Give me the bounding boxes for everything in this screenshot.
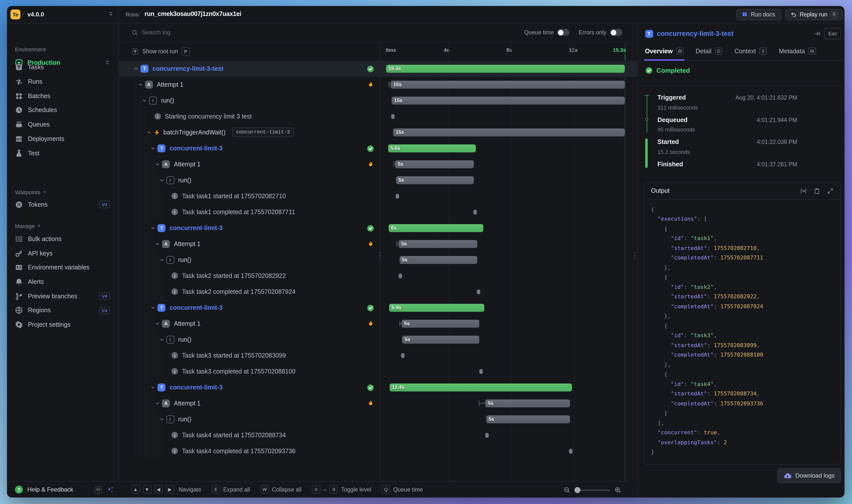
chevron-down-icon[interactable]	[138, 82, 143, 87]
span-bar[interactable]: 5.6s	[388, 144, 476, 152]
app-logo[interactable]: Te	[11, 9, 20, 19]
navigate-keys[interactable]: ▲ ▼ ◀ ▶	[131, 485, 174, 494]
chevron-down-icon[interactable]	[151, 146, 156, 151]
span-bar[interactable]: 6s	[388, 224, 483, 232]
chevron-down-icon[interactable]	[159, 257, 164, 263]
arrow-right-key[interactable]: ▶	[166, 485, 174, 494]
trace-row-run-[interactable]: rrun()5s	[118, 411, 637, 427]
zoom-slider[interactable]	[574, 489, 610, 491]
sidebar-item-alerts[interactable]: Alerts	[11, 275, 114, 289]
log-event-dot[interactable]	[473, 210, 477, 215]
wrap-text-icon[interactable]	[800, 187, 807, 194]
chevron-down-icon[interactable]	[142, 98, 147, 103]
log-event-dot[interactable]	[569, 449, 572, 454]
expand-icon[interactable]	[827, 187, 834, 194]
span-bar[interactable]: 15s	[392, 96, 625, 104]
show-root-run-button[interactable]: Show root run P	[131, 46, 190, 57]
trace-row-task-task1-started-at-17557020[interactable]: iTask task1 started at 1755702082710	[118, 188, 637, 204]
collapse-key[interactable]: W	[260, 485, 269, 494]
trace-row-task-task3-started-at-17557020[interactable]: iTask task3 started at 1755702083099	[118, 348, 637, 363]
tree-timeline-divider[interactable]	[380, 42, 381, 498]
log-event-dot[interactable]	[477, 289, 480, 294]
manage-section-label[interactable]: Manage▼	[15, 223, 41, 229]
run-docs-button[interactable]: Run docs	[736, 9, 782, 20]
tab-detail[interactable]: DetailD	[695, 42, 723, 60]
trace-row-batchtriggerandwait-[interactable]: batchTriggerAndWait()concurrent-limit-31…	[118, 125, 637, 141]
sidebar-item-test[interactable]: Test	[11, 146, 114, 160]
replay-run-button[interactable]: Replay run R	[785, 9, 843, 20]
zoom-in-icon[interactable]	[614, 487, 621, 493]
esc-button[interactable]: Esc	[824, 28, 841, 39]
span-bar[interactable]: 5s	[402, 320, 479, 327]
arrow-left-key[interactable]: ◀	[154, 485, 163, 494]
chevron-down-icon[interactable]	[159, 417, 164, 422]
trace-row-concurrency-limit-3-test[interactable]: Tconcurrency-limit-3-test15.3s	[118, 61, 637, 77]
span-bar[interactable]: 5s	[485, 399, 570, 407]
right-resize-handle[interactable]	[634, 252, 636, 259]
trace-row-concurrent-limit-3[interactable]: Tconcurrent-limit-36s	[118, 220, 637, 236]
level-9-key[interactable]: 9	[330, 485, 338, 494]
level-0-key[interactable]: 0	[312, 485, 320, 494]
sidebar-item-regions[interactable]: RegionsV4	[11, 303, 114, 318]
trace-row-concurrent-limit-3[interactable]: Tconcurrent-limit-311.4s	[118, 379, 637, 395]
chevron-down-icon[interactable]	[151, 305, 156, 310]
sidebar-item-schedules[interactable]: Schedules	[11, 103, 114, 117]
trace-row-attempt-1[interactable]: AAttempt 15s	[118, 236, 637, 252]
chevron-down-icon[interactable]	[155, 321, 160, 326]
sidebar-item-runs[interactable]: Runs	[11, 74, 114, 89]
collapse-panel-icon[interactable]	[814, 30, 821, 37]
sidebar-item-batches[interactable]: Batches	[11, 89, 114, 103]
trace-row-run-[interactable]: rrun()5s	[118, 252, 637, 268]
sidebar-item-bulk-actions[interactable]: Bulk actions	[11, 232, 114, 246]
chevron-down-icon[interactable]	[159, 178, 164, 183]
trace-row-starting-concurrency-limit-3-t[interactable]: iStarting concurrency limit 3 test	[118, 109, 637, 125]
toggle-pill[interactable]	[557, 29, 570, 36]
waitpoints-section-label[interactable]: Waitpoints▼	[15, 189, 46, 195]
span-bar[interactable]: 5s	[396, 176, 474, 184]
trace-row-attempt-1[interactable]: AAttempt 115s	[118, 77, 637, 93]
span-bar[interactable]: 5s	[486, 415, 570, 423]
log-event-dot[interactable]	[485, 433, 489, 438]
left-resize-handle[interactable]	[379, 252, 381, 259]
trace-row-task-task1-completed-at-175570[interactable]: iTask task1 completed at 1755702087711	[118, 204, 637, 220]
span-bar[interactable]: 5s	[402, 336, 479, 343]
span-bar[interactable]: 11.4s	[390, 383, 572, 391]
log-event-dot[interactable]	[479, 369, 483, 374]
span-bar[interactable]: 5.9s	[389, 304, 484, 311]
sidebar-item-project-settings[interactable]: Project settings	[11, 318, 114, 332]
copy-icon[interactable]	[814, 187, 820, 194]
trace-row-attempt-1[interactable]: AAttempt 15s	[118, 156, 637, 172]
chevron-down-icon[interactable]	[155, 241, 160, 247]
trace-row-task-task4-started-at-17557020[interactable]: iTask task4 started at 1755702088734	[118, 427, 637, 443]
sidebar-item-preview-branches[interactable]: Preview branchesV4	[11, 289, 114, 303]
trace-row-task-task3-completed-at-175570[interactable]: iTask task3 completed at 1755702088100	[118, 363, 637, 379]
trace-row-task-task2-started-at-17557020[interactable]: iTask task2 started at 1755702082922	[118, 268, 637, 284]
chevron-down-icon[interactable]	[159, 337, 164, 342]
sidebar-item-deployments[interactable]: Deployments	[11, 132, 114, 146]
log-event-dot[interactable]	[395, 194, 399, 199]
tab-metadata[interactable]: MetadataM	[779, 42, 816, 60]
span-bar[interactable]: 15.3s	[386, 65, 625, 72]
queue-key[interactable]: Q	[381, 485, 390, 494]
sidebar-item-api-keys[interactable]: API keys	[11, 246, 114, 260]
sidebar-item-tasks[interactable]: Tasks	[11, 60, 114, 74]
trace-row-concurrent-limit-3[interactable]: Tconcurrent-limit-35.6s	[118, 141, 637, 156]
span-bar[interactable]: 5s	[399, 240, 477, 248]
chevron-down-icon[interactable]	[151, 226, 156, 231]
log-event-dot[interactable]	[398, 273, 402, 278]
arrow-down-key[interactable]: ▼	[143, 485, 151, 494]
chevron-down-icon[interactable]	[151, 385, 156, 390]
download-logs-button[interactable]: Download logs	[778, 468, 841, 483]
help-feedback[interactable]: ? Help & Feedback H	[7, 481, 118, 498]
trace-row-task-task4-completed-at-175570[interactable]: iTask task4 completed at 1755702093736	[118, 443, 637, 459]
sidebar-item-environment-variables[interactable]: Environment variables	[11, 260, 114, 275]
trace-row-run-[interactable]: rrun()15s	[118, 93, 637, 109]
span-bar[interactable]: 15s	[391, 81, 625, 88]
toggle-pill[interactable]	[610, 29, 622, 36]
zoom-out-icon[interactable]	[564, 487, 570, 493]
sparkles-icon[interactable]	[106, 486, 114, 493]
chevron-updown-icon[interactable]	[108, 11, 113, 16]
search-input[interactable]: Search log	[142, 29, 171, 36]
log-event-dot[interactable]	[401, 353, 405, 358]
trace-row-run-[interactable]: rrun()5s	[118, 172, 637, 188]
